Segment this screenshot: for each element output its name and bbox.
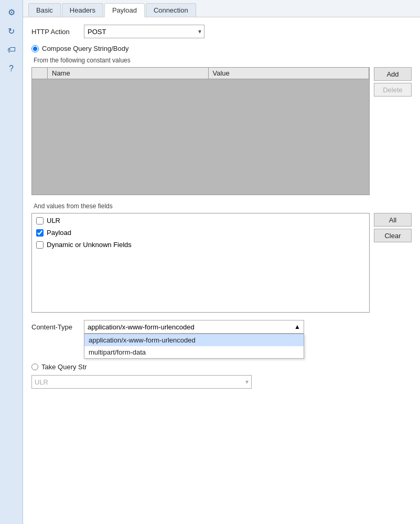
take-query-row: Take Query Str: [31, 363, 412, 371]
table-col-checkbox: [32, 68, 48, 79]
compose-query-radio[interactable]: [31, 45, 39, 52]
checkbox-row-dynamic: Dynamic or Unknown Fields: [36, 241, 365, 249]
table-col-value: Value: [209, 68, 370, 79]
url-select[interactable]: [31, 375, 252, 389]
gear-icon[interactable]: ⚙: [4, 4, 19, 20]
take-query-label: Take Query Str: [41, 363, 87, 371]
content-type-display[interactable]: application/x-www-form-urlencoded ▲: [84, 320, 304, 334]
ulr-checkbox[interactable]: [36, 217, 44, 224]
clear-button[interactable]: Clear: [374, 229, 412, 242]
checkbox-buttons: All Clear: [374, 213, 412, 313]
dynamic-checkbox[interactable]: [36, 241, 44, 249]
tag-icon[interactable]: 🏷: [4, 42, 19, 58]
fields-section-label: And values from these fields: [34, 202, 412, 210]
http-action-row: HTTP Action POST GET PUT DELETE PATCH ▾: [31, 25, 412, 38]
url-input-row: ▾ ULR: [31, 375, 412, 389]
sidebar: ⚙ ↻ 🏷 ?: [0, 0, 23, 524]
compose-query-label: Compose Query String/Body: [42, 45, 128, 52]
form-area: HTTP Action POST GET PUT DELETE PATCH ▾ …: [23, 17, 420, 524]
tab-headers[interactable]: Headers: [62, 3, 103, 17]
table-header: Name Value: [32, 68, 369, 79]
http-action-select[interactable]: POST GET PUT DELETE PATCH: [84, 25, 204, 38]
delete-button[interactable]: Delete: [374, 83, 412, 97]
payload-checkbox[interactable]: [36, 229, 44, 237]
table-section: Name Value Add Delete: [31, 67, 412, 195]
content-type-row: Content-Type application/x-www-form-urle…: [31, 320, 412, 334]
take-query-radio[interactable]: [31, 363, 38, 370]
url-select-wrapper: ▾ ULR: [31, 375, 252, 389]
tab-payload[interactable]: Payload: [104, 3, 145, 17]
payload-label: Payload: [47, 229, 71, 237]
chevron-up-icon: ▲: [294, 323, 300, 330]
http-action-select-wrapper: POST GET PUT DELETE PATCH ▾: [84, 25, 204, 38]
tab-bar: Basic Headers Payload Connection: [23, 0, 420, 17]
dropdown-item-urlencoded[interactable]: application/x-www-form-urlencoded: [84, 334, 304, 346]
constant-values-table: Name Value: [31, 67, 370, 195]
content-type-value: application/x-www-form-urlencoded: [88, 323, 195, 331]
table-body[interactable]: [32, 79, 369, 195]
content-type-label: Content-Type: [31, 323, 79, 331]
content-type-section: Content-Type application/x-www-form-urle…: [31, 320, 412, 334]
refresh-icon[interactable]: ↻: [4, 23, 19, 39]
content-type-select-wrapper: application/x-www-form-urlencoded ▲ appl…: [84, 320, 304, 334]
table-buttons: Add Delete: [374, 67, 412, 195]
checkbox-list: ULR Payload Dynamic or Unknown Fields: [31, 213, 370, 313]
checkbox-section: ULR Payload Dynamic or Unknown Fields Al…: [31, 213, 412, 313]
constant-values-label: From the following constant values: [34, 57, 412, 64]
main-content: Basic Headers Payload Connection HTTP Ac…: [23, 0, 420, 524]
add-button[interactable]: Add: [374, 67, 412, 81]
dynamic-label: Dynamic or Unknown Fields: [47, 241, 132, 249]
dropdown-item-multipart[interactable]: multipart/form-data: [84, 346, 304, 358]
tab-connection[interactable]: Connection: [146, 3, 196, 17]
help-icon[interactable]: ?: [4, 61, 19, 77]
tab-basic[interactable]: Basic: [28, 3, 61, 17]
checkbox-row-ulr: ULR: [36, 217, 365, 224]
ulr-label: ULR: [47, 217, 60, 224]
http-action-label: HTTP Action: [31, 28, 79, 36]
content-type-dropdown: application/x-www-form-urlencoded multip…: [84, 334, 304, 359]
all-button[interactable]: All: [374, 213, 412, 227]
compose-query-row: Compose Query String/Body: [31, 45, 412, 52]
table-col-name: Name: [48, 68, 209, 79]
checkbox-row-payload: Payload: [36, 229, 365, 237]
